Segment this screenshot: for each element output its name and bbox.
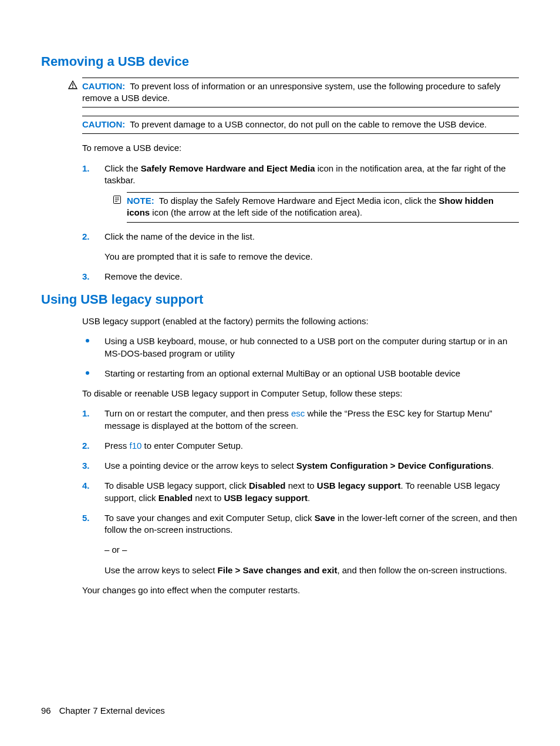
bullet-list: Using a USB keyboard, mouse, or hub conn…	[82, 335, 519, 379]
intro-text: USB legacy support (enabled at the facto…	[82, 315, 519, 327]
page-footer: 96Chapter 7 External devices	[41, 705, 165, 717]
step-3: 3. Remove the device.	[82, 271, 519, 283]
document-page: Removing a USB device CAUTION:To prevent…	[0, 0, 560, 746]
caution-text: To prevent damage to a USB connector, do…	[130, 119, 487, 129]
caution-label: CAUTION:	[82, 81, 125, 91]
step-number: 2.	[82, 231, 90, 243]
step-text: Press f10 to enter Computer Setup.	[104, 441, 243, 451]
step-3: 3. Use a pointing device or the arrow ke…	[82, 460, 519, 472]
step-number: 5.	[82, 512, 90, 524]
step-number: 1.	[82, 163, 90, 174]
note-label: NOTE:	[127, 196, 154, 206]
note-icon	[113, 195, 122, 204]
step-text: To save your changes and exit Computer S…	[104, 513, 517, 535]
step-4: 4. To disable USB legacy support, click …	[82, 480, 519, 504]
step-number: 3.	[82, 271, 90, 283]
step-5: 5. To save your changes and exit Compute…	[82, 512, 519, 576]
step-number: 4.	[82, 480, 90, 492]
caution-label: CAUTION:	[82, 119, 125, 129]
caution-icon	[68, 80, 77, 90]
outro-text: Your changes go into effect when the com…	[82, 584, 519, 596]
note-box: NOTE:To display the Safely Remove Hardwa…	[127, 192, 519, 223]
bullet-item: Starting or restarting from an optional …	[82, 368, 519, 379]
page-number: 96	[41, 705, 51, 715]
step-or: – or –	[104, 544, 519, 556]
section1-body: CAUTION:To prevent loss of information o…	[82, 78, 519, 283]
step-number: 2.	[82, 440, 90, 452]
note-text: To display the Safely Remove Hardware an…	[127, 196, 494, 217]
intro-text: To remove a USB device:	[82, 142, 519, 154]
step-1: 1. Turn on or restart the computer, and …	[82, 408, 519, 432]
step-number: 1.	[82, 408, 90, 419]
step-text: Use a pointing device or the arrow keys …	[104, 461, 494, 471]
step-text: Remove the device.	[104, 271, 183, 281]
step-text: Click the name of the device in the list…	[104, 231, 255, 241]
heading-usb-legacy: Using USB legacy support	[41, 291, 519, 308]
chapter-label: Chapter 7 External devices	[59, 705, 165, 715]
step-2: 2. Press f10 to enter Computer Setup.	[82, 440, 519, 452]
caution-box-1: CAUTION:To prevent loss of information o…	[82, 78, 519, 108]
intro-text: To disable or reenable USB legacy suppor…	[82, 388, 519, 399]
section2-body: USB legacy support (enabled at the facto…	[82, 315, 519, 596]
step-text: To disable USB legacy support, click Dis…	[104, 480, 500, 502]
steps-list-1: 1. Click the Safely Remove Hardware and …	[82, 163, 519, 283]
step-2: 2. Click the name of the device in the l…	[82, 231, 519, 263]
heading-removing-usb: Removing a USB device	[41, 53, 519, 70]
steps-list-2: 1. Turn on or restart the computer, and …	[82, 408, 519, 576]
caution-box-2: CAUTION:To prevent damage to a USB conne…	[82, 116, 519, 134]
caution-text: To prevent loss of information or an unr…	[82, 81, 501, 103]
step-subtext: You are prompted that it is safe to remo…	[104, 251, 519, 263]
svg-point-1	[72, 87, 73, 88]
step-1: 1. Click the Safely Remove Hardware and …	[82, 163, 519, 223]
step-text: Turn on or restart the computer, and the…	[104, 408, 492, 430]
step-number: 3.	[82, 460, 90, 472]
step-alt: Use the arrow keys to select File > Save…	[104, 564, 519, 576]
bullet-item: Using a USB keyboard, mouse, or hub conn…	[82, 335, 519, 359]
step-text: Click the Safely Remove Hardware and Eje…	[104, 163, 506, 185]
